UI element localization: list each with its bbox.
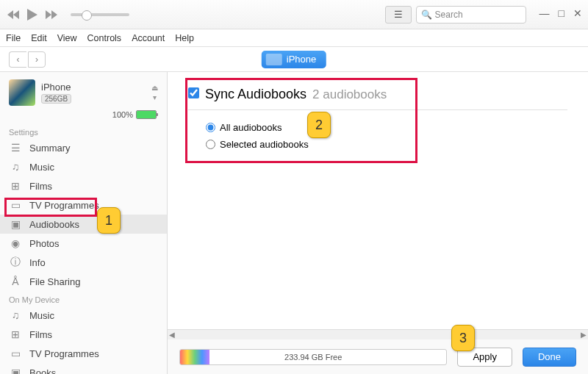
menu-help[interactable]: Help <box>175 33 194 43</box>
menu-controls[interactable]: Controls <box>87 33 122 43</box>
volume-slider[interactable] <box>71 13 129 16</box>
window-controls: — □ ✕ <box>539 7 582 19</box>
next-track-button[interactable] <box>44 7 59 22</box>
nav-back-button[interactable]: ‹ <box>9 51 26 68</box>
device-pill[interactable]: iPhone <box>262 51 326 68</box>
menu-file[interactable]: File <box>6 33 21 43</box>
radio-selected-input[interactable] <box>206 140 215 149</box>
music-icon: ♫ <box>9 309 22 322</box>
playback-controls <box>6 7 129 22</box>
sidebar-section-ondevice: On My Device <box>0 291 167 306</box>
sidebar-item-label: Summary <box>29 143 71 154</box>
menu-edit[interactable]: Edit <box>31 33 47 43</box>
sidebar-item-tv[interactable]: ▭TV Programmes <box>0 195 167 215</box>
sidebar-item-od-tv[interactable]: ▭TV Programmes <box>0 344 167 363</box>
storage-used-segment <box>180 350 209 364</box>
sidebar-item-summary[interactable]: ☰Summary <box>0 138 167 157</box>
nav-forward-button[interactable]: › <box>28 51 46 68</box>
photos-icon: ◉ <box>9 237 22 250</box>
radio-selected-audiobooks[interactable]: Selected audiobooks <box>206 139 567 150</box>
tv-icon: ▭ <box>9 198 22 212</box>
sidebar-item-audiobooks[interactable]: ▣Audiobooks <box>0 215 167 234</box>
menu-bar: File Edit View Controls Account Help <box>0 29 588 47</box>
chevron-down-icon[interactable]: ▾ <box>153 93 157 101</box>
eject-icon[interactable]: ⏏ <box>151 84 158 92</box>
device-row[interactable]: iPhone 256GB ⏏ ▾ <box>0 76 167 109</box>
sidebar-item-label: Films <box>29 329 52 340</box>
search-input[interactable]: 🔍 Search <box>416 6 526 24</box>
sidebar-item-music[interactable]: ♫Music <box>0 157 167 176</box>
device-name: iPhone <box>41 82 146 93</box>
search-placeholder: Search <box>435 10 463 20</box>
device-thumbnail <box>9 79 35 106</box>
sidebar-item-filesharing[interactable]: ÅFile Sharing <box>0 272 167 291</box>
storage-free-label: 233.94 GB Free <box>284 353 342 362</box>
sidebar-item-films[interactable]: ⊞Films <box>0 176 167 195</box>
minimize-button[interactable]: — <box>539 7 550 19</box>
sidebar-item-od-books[interactable]: ▣Books <box>0 363 167 374</box>
device-pill-label: iPhone <box>287 54 316 65</box>
battery-percent: 100% <box>112 110 133 119</box>
list-view-button[interactable]: ☰ <box>385 6 412 24</box>
sync-title: Sync Audiobooks <box>205 87 306 102</box>
sidebar-item-label: Info <box>29 257 46 268</box>
device-capacity-badge: 256GB <box>41 94 71 104</box>
close-button[interactable]: ✕ <box>573 7 582 19</box>
battery-icon <box>136 110 157 119</box>
menu-account[interactable]: Account <box>132 33 165 43</box>
sidebar-item-photos[interactable]: ◉Photos <box>0 234 167 253</box>
radio-all-input[interactable] <box>206 123 215 132</box>
main-panel: Sync Audiobooks 2 audiobooks All audiobo… <box>168 72 588 374</box>
sidebar-section-settings: Settings <box>0 123 167 138</box>
sidebar-item-label: Photos <box>29 238 59 249</box>
titlebar: ☰ 🔍 Search — □ ✕ <box>0 0 588 29</box>
sidebar-item-label: TV Programmes <box>29 348 99 359</box>
nav-row: ‹ › iPhone <box>0 47 588 72</box>
tv-icon: ▭ <box>9 347 22 360</box>
bottom-bar: ◀▶ 233.94 GB Free Apply Done <box>168 339 588 374</box>
play-button[interactable] <box>25 7 40 22</box>
radio-label: Selected audiobooks <box>220 139 309 150</box>
books-icon: ▣ <box>9 366 22 374</box>
annotation-callout-3: 3 <box>451 325 475 351</box>
horizontal-scrollbar[interactable]: ◀▶ <box>168 329 588 339</box>
filesharing-icon: Å <box>9 275 22 288</box>
annotation-callout-2: 2 <box>307 112 331 138</box>
sidebar-item-label: Audiobooks <box>29 219 79 230</box>
done-button[interactable]: Done <box>523 348 576 367</box>
films-icon: ⊞ <box>9 179 22 193</box>
prev-track-button[interactable] <box>6 7 21 22</box>
sidebar-item-label: Music <box>29 310 54 321</box>
sidebar-item-label: File Sharing <box>29 276 80 287</box>
sync-audiobooks-checkbox[interactable] <box>188 87 199 98</box>
sidebar-item-od-music[interactable]: ♫Music <box>0 306 167 325</box>
films-icon: ⊞ <box>9 328 22 341</box>
audiobooks-icon: ▣ <box>9 217 22 231</box>
radio-all-audiobooks[interactable]: All audiobooks <box>206 122 567 133</box>
sidebar-item-label: Books <box>29 367 56 375</box>
info-icon: ⓘ <box>9 256 22 269</box>
sidebar: iPhone 256GB ⏏ ▾ 100% Settings ☰Summary … <box>0 72 168 374</box>
search-icon: 🔍 <box>421 10 432 20</box>
sidebar-item-od-films[interactable]: ⊞Films <box>0 325 167 344</box>
sidebar-item-info[interactable]: ⓘInfo <box>0 253 167 272</box>
device-pill-icon <box>266 54 282 65</box>
summary-icon: ☰ <box>9 141 22 154</box>
storage-bar: 233.94 GB Free <box>179 349 447 365</box>
sidebar-item-label: Music <box>29 162 54 173</box>
sidebar-item-label: TV Programmes <box>29 200 99 211</box>
sidebar-item-label: Films <box>29 181 52 192</box>
menu-view[interactable]: View <box>57 33 77 43</box>
sync-count: 2 audiobooks <box>312 87 387 102</box>
radio-label: All audiobooks <box>220 122 282 133</box>
maximize-button[interactable]: □ <box>559 7 564 19</box>
music-icon: ♫ <box>9 160 22 173</box>
annotation-callout-1: 1 <box>97 207 121 234</box>
